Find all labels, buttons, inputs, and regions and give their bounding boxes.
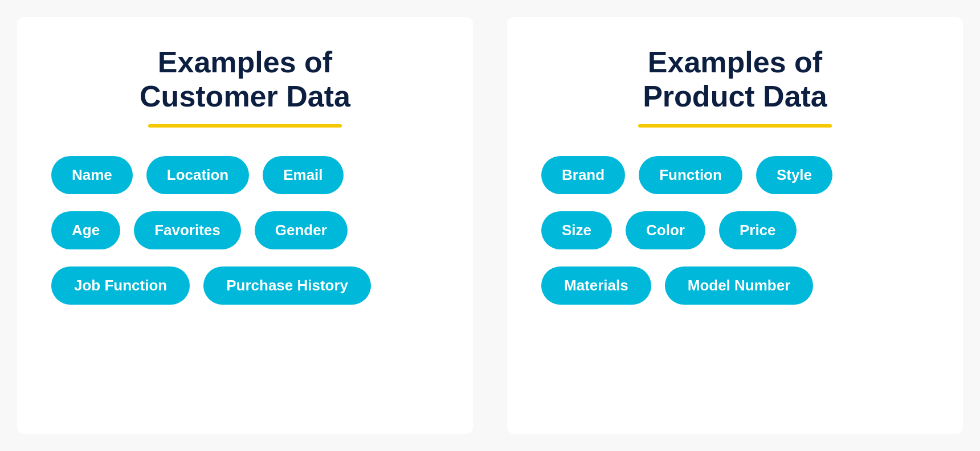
product-tags-section: Brand Function Style Size Color Price Ma…: [541, 156, 929, 305]
tag-style: Style: [756, 156, 832, 194]
tag-size: Size: [541, 211, 612, 249]
product-panel-title: Examples of Product Data: [541, 46, 929, 114]
product-row-3: Materials Model Number: [541, 266, 929, 305]
tag-job-function: Job Function: [51, 266, 190, 305]
customer-tags-section: Name Location Email Age Favorites Gender…: [51, 156, 439, 305]
tag-brand: Brand: [541, 156, 625, 194]
product-title-underline: [638, 124, 832, 128]
tag-name: Name: [51, 156, 133, 194]
product-row-2: Size Color Price: [541, 211, 929, 249]
customer-row-1: Name Location Email: [51, 156, 439, 194]
customer-data-panel: Examples of Customer Data Name Location …: [17, 17, 473, 434]
tag-model-number: Model Number: [665, 266, 814, 305]
customer-title-underline: [148, 124, 342, 128]
customer-panel-title: Examples of Customer Data: [51, 46, 439, 114]
tag-materials: Materials: [541, 266, 651, 305]
customer-row-3: Job Function Purchase History: [51, 266, 439, 305]
tag-function: Function: [639, 156, 742, 194]
product-row-1: Brand Function Style: [541, 156, 929, 194]
product-data-panel: Examples of Product Data Brand Function …: [507, 17, 963, 434]
tag-age: Age: [51, 211, 120, 249]
tag-email: Email: [263, 156, 343, 194]
tag-purchase-history: Purchase History: [203, 266, 371, 305]
customer-row-2: Age Favorites Gender: [51, 211, 439, 249]
tag-gender: Gender: [255, 211, 348, 249]
tag-color: Color: [626, 211, 705, 249]
tag-location: Location: [146, 156, 249, 194]
tag-price: Price: [719, 211, 797, 249]
main-container: Examples of Customer Data Name Location …: [0, 0, 980, 451]
tag-favorites: Favorites: [134, 211, 241, 249]
